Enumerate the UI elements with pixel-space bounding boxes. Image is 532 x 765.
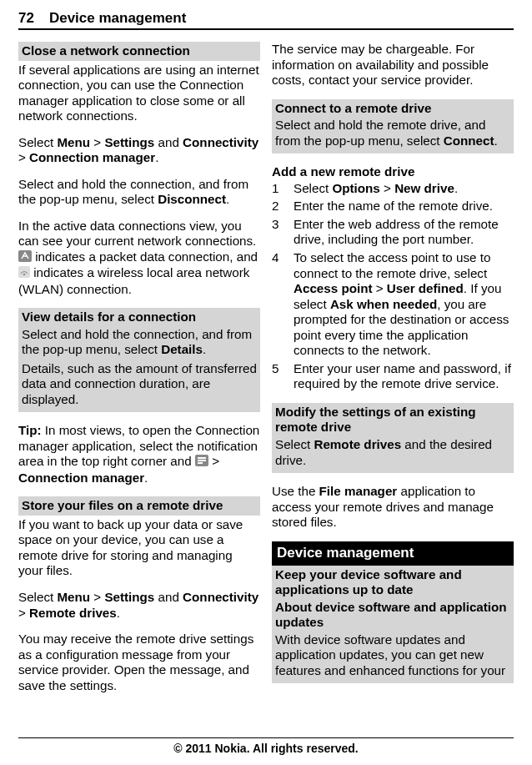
text: In most views, to open the Connection ma…	[18, 423, 259, 468]
section-device-management: Device management	[272, 541, 514, 566]
text: and	[154, 590, 183, 604]
menu-path: Access point	[294, 281, 373, 295]
section-view-details: View details for a connection Select and…	[18, 308, 260, 412]
page-title: Device management	[49, 10, 186, 27]
text: .	[155, 150, 158, 164]
wlan-icon	[18, 266, 30, 282]
step-number: 1	[272, 181, 294, 197]
right-column: The service may be chargeable. For infor…	[272, 42, 514, 704]
paragraph: Select Menu > Settings and Connectivity …	[18, 590, 260, 621]
action-label: Disconnect	[158, 192, 226, 206]
step-text: Select Options > New drive.	[294, 181, 514, 197]
text: Select	[275, 437, 314, 451]
list-item: 1Select Options > New drive.	[272, 181, 514, 197]
text: >	[373, 281, 387, 295]
menu-path: Menu	[57, 590, 90, 604]
svg-point-3	[23, 274, 25, 275]
menu-path: User defined	[387, 281, 464, 295]
menu-path: Settings	[104, 135, 154, 149]
menu-path: Connectivity	[183, 590, 258, 604]
action-label: Connect	[444, 133, 494, 148]
text: .	[144, 471, 148, 485]
text: To select the access point to use to con…	[294, 250, 490, 280]
text: .	[454, 181, 458, 195]
text: Select and hold the connection, and from…	[22, 327, 252, 357]
list-item: 3Enter the web address of the remote dri…	[272, 217, 514, 248]
text: indicates a packet data connection, and	[32, 249, 258, 264]
paragraph: Select and hold the connection, and from…	[18, 177, 260, 208]
text: and	[154, 135, 183, 149]
menu-path: Ask when needed	[330, 297, 437, 311]
section-updates: Keep your device software and applicatio…	[272, 566, 514, 684]
text: >	[18, 606, 29, 620]
menu-path: Remote drives	[29, 606, 117, 620]
step-text: Enter the web address of the remote driv…	[294, 217, 514, 248]
paragraph: If you want to back up your data or save…	[18, 517, 260, 579]
footer-copyright: © 2011 Nokia. All rights reserved.	[18, 737, 514, 755]
text: >	[208, 454, 219, 468]
text: Select	[18, 590, 57, 604]
text: In the active data connections view, you…	[18, 219, 256, 249]
section-connect-remote: Connect to a remote drive Select and hol…	[272, 99, 514, 154]
step-text: Enter the name of the remote drive.	[294, 199, 514, 214]
text: Select	[294, 181, 332, 195]
app-name: File manager	[319, 484, 398, 498]
svg-rect-5	[198, 457, 206, 459]
text: .	[203, 342, 206, 356]
step-text: To select the access point to use to con…	[294, 250, 514, 359]
text: Use the	[272, 484, 319, 498]
menu-path: Options	[332, 181, 379, 195]
paragraph: With device software updates and applica…	[275, 632, 510, 679]
menu-path: Connection manager	[18, 471, 144, 485]
paragraph: Select and hold the connection, and from…	[22, 327, 257, 358]
text: >	[90, 590, 104, 604]
tip-paragraph: Tip: In most views, to open the Connecti…	[18, 423, 260, 486]
content-columns: Close a network connection If several ap…	[18, 42, 514, 704]
step-number: 4	[272, 250, 294, 359]
section-heading: Keep your device software and applicatio…	[275, 567, 510, 598]
page-header: 72 Device management	[18, 10, 514, 30]
tip-label: Tip:	[18, 423, 45, 437]
section-heading: Connect to a remote drive	[275, 101, 510, 117]
step-number: 5	[272, 361, 294, 392]
paragraph: Details, such as the amount of transferr…	[22, 361, 257, 408]
menu-path: Menu	[57, 135, 90, 149]
svg-rect-6	[198, 460, 206, 461]
paragraph: Select and hold the remote drive, and fr…	[275, 118, 510, 148]
action-label: Details	[161, 342, 203, 356]
notification-icon	[195, 455, 208, 471]
paragraph: If several applications are using an int…	[18, 63, 260, 124]
section-heading: View details for a connection	[22, 310, 257, 325]
section-subheading: About device software and application up…	[275, 600, 510, 631]
paragraph: Select Remote drives and the desired dri…	[275, 437, 510, 468]
numbered-steps: 1Select Options > New drive. 2Enter the …	[272, 181, 514, 392]
text: >	[18, 150, 29, 164]
text: indicates a wireless local area network …	[18, 265, 249, 295]
step-text: Enter your user name and password, if re…	[294, 361, 514, 392]
subheading-add-drive: Add a new remote drive	[272, 164, 514, 180]
paragraph: In the active data connections view, you…	[18, 219, 260, 297]
section-close-connection: Close a network connection	[18, 42, 260, 61]
text: >	[90, 135, 104, 149]
action-label: Remote drives	[314, 437, 401, 451]
page-number: 72	[18, 10, 34, 27]
paragraph: The service may be chargeable. For infor…	[272, 42, 514, 88]
text: >	[380, 181, 394, 195]
menu-path: Connectivity	[183, 135, 258, 149]
text: .	[494, 133, 498, 148]
text: .	[117, 606, 120, 620]
text: Select	[18, 135, 57, 149]
text: .	[226, 192, 229, 206]
paragraph: Use the File manager application to acce…	[272, 484, 514, 531]
menu-path: Settings	[104, 590, 154, 604]
step-number: 2	[272, 199, 294, 214]
svg-rect-7	[198, 462, 203, 464]
paragraph: You may receive the remote drive setting…	[18, 632, 260, 693]
step-number: 3	[272, 217, 294, 248]
section-modify-remote: Modify the settings of an existing remot…	[272, 403, 514, 473]
section-store-remote: Store your files on a remote drive	[18, 496, 260, 516]
list-item: 5Enter your user name and password, if r…	[272, 361, 514, 392]
menu-path: Connection manager	[29, 150, 155, 164]
packet-data-icon	[18, 250, 32, 266]
menu-path: New drive	[394, 181, 454, 195]
